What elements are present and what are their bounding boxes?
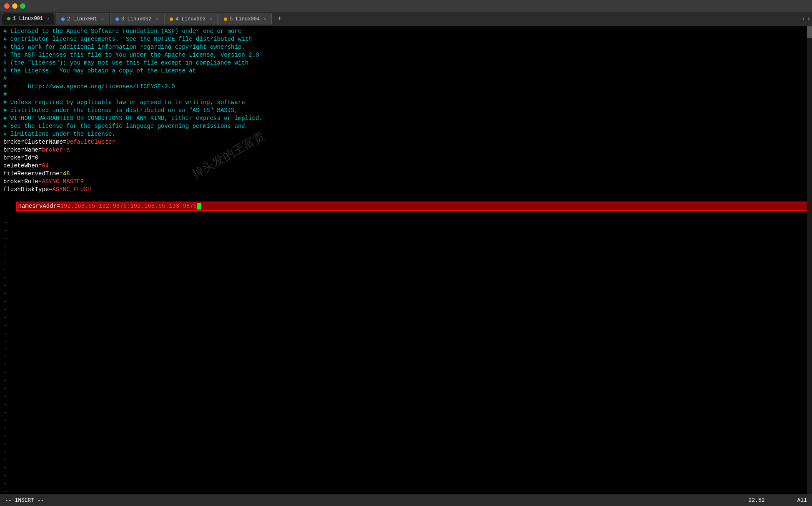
line-flushDiskType: flushDiskType=ASYNC_FLUSH xyxy=(3,186,809,194)
tilde-25: ~ xyxy=(3,409,809,417)
tilde-26: ~ xyxy=(3,417,809,425)
line-13: # See the License for the specific langu… xyxy=(3,122,809,130)
scrollbar[interactable] xyxy=(807,26,812,494)
tilde-10: ~ xyxy=(3,290,809,298)
tab-1-dot xyxy=(7,17,10,20)
title-bar xyxy=(0,0,812,12)
tilde-35: ~ xyxy=(3,488,809,494)
tilde-6: ~ xyxy=(3,259,809,267)
tab-3-label: 3 Linux002 xyxy=(121,16,151,22)
tilde-20: ~ xyxy=(3,369,809,377)
tilde-14: ~ xyxy=(3,322,809,330)
tab-2-close[interactable]: ✕ xyxy=(101,17,104,22)
line-4: # The ASF licenses this file to You unde… xyxy=(3,51,809,59)
line-brokerRole: brokerRole=ASYNC_MASTER xyxy=(3,178,809,186)
tab-5-dot xyxy=(224,17,227,21)
tab-prev-icon[interactable]: ‹ xyxy=(802,15,805,22)
traffic-lights xyxy=(4,3,25,9)
tilde-1: ~ xyxy=(3,219,809,227)
line-2: # contributor license agreements. See th… xyxy=(3,35,809,43)
tilde-11: ~ xyxy=(3,298,809,306)
line-1: # Licensed to the Apache Software Founda… xyxy=(3,27,809,35)
tab-add-button[interactable]: + xyxy=(274,14,284,24)
line-namesrvAddr: namesrvAddr=192.168.65.132:9876;192.168.… xyxy=(3,194,809,219)
tab-1[interactable]: 1 Linux001 ✕ xyxy=(2,13,55,25)
tilde-23: ~ xyxy=(3,393,809,401)
line-brokerClusterName: brokerClusterName=DefaultCluster xyxy=(3,138,809,146)
line-11: # distributed under the License is distr… xyxy=(3,107,809,115)
tilde-22: ~ xyxy=(3,385,809,393)
status-bar: -- INSERT -- 22,52 All xyxy=(0,494,812,506)
tilde-21: ~ xyxy=(3,377,809,385)
line-6: # the License. You may obtain a copy of … xyxy=(3,67,809,75)
tab-bar: 1 Linux001 ✕ 2 Linux001 ✕ 3 Linux002 ✕ 4… xyxy=(0,12,812,26)
tilde-34: ~ xyxy=(3,480,809,488)
line-deleteWhen: deleteWhen=04 xyxy=(3,162,809,170)
tilde-33: ~ xyxy=(3,472,809,480)
tilde-3: ~ xyxy=(3,235,809,243)
tilde-16: ~ xyxy=(3,338,809,346)
tab-3-close[interactable]: ✕ xyxy=(155,17,158,22)
red-light[interactable] xyxy=(4,3,10,9)
tilde-29: ~ xyxy=(3,441,809,449)
tilde-32: ~ xyxy=(3,464,809,472)
tab-4-dot xyxy=(170,17,173,21)
tilde-7: ~ xyxy=(3,267,809,274)
tilde-4: ~ xyxy=(3,243,809,251)
tilde-2: ~ xyxy=(3,227,809,235)
line-8: # http://www.apache.org/licenses/LICENSE… xyxy=(3,83,809,91)
tilde-24: ~ xyxy=(3,401,809,409)
tilde-12: ~ xyxy=(3,306,809,314)
line-14: # limitations under the License. xyxy=(3,130,809,138)
tilde-8: ~ xyxy=(3,274,809,282)
tab-5-close[interactable]: ✕ xyxy=(264,17,266,22)
line-3: # this work for additional information r… xyxy=(3,43,809,51)
tilde-28: ~ xyxy=(3,433,809,441)
line-5: # (the "License"); you may not use this … xyxy=(3,59,809,67)
tab-3-dot xyxy=(115,17,119,21)
tilde-13: ~ xyxy=(3,314,809,322)
line-fileReservedTime: fileReservedTime=48 xyxy=(3,170,809,178)
tab-2-dot xyxy=(61,17,65,21)
tab-1-label: 1 Linux001 xyxy=(13,16,43,22)
tilde-5: ~ xyxy=(3,251,809,259)
line-9: # xyxy=(3,91,809,99)
tab-4-label: 4 Linux003 xyxy=(175,16,206,22)
green-light[interactable] xyxy=(20,3,25,9)
tilde-19: ~ xyxy=(3,361,809,369)
tilde-27: ~ xyxy=(3,425,809,433)
line-7: # xyxy=(3,75,809,83)
scrollbar-thumb[interactable] xyxy=(807,26,812,38)
tab-2-label: 2 Linux001 xyxy=(67,16,97,22)
tab-5-label: 5 Linux004 xyxy=(230,16,260,22)
tab-2[interactable]: 2 Linux001 ✕ xyxy=(56,13,109,25)
tab-nav: ‹ › xyxy=(802,15,810,22)
tab-1-close[interactable]: ✕ xyxy=(47,16,50,21)
line-brokerName: brokerName=broker-a xyxy=(3,146,809,154)
editor-area[interactable]: # Licensed to the Apache Software Founda… xyxy=(0,26,812,494)
tab-next-icon[interactable]: › xyxy=(807,15,810,22)
tilde-18: ~ xyxy=(3,354,809,361)
line-brokerId: brokerId=0 xyxy=(3,154,809,162)
yellow-light[interactable] xyxy=(12,3,18,9)
tilde-30: ~ xyxy=(3,449,809,456)
tab-3[interactable]: 3 Linux002 ✕ xyxy=(110,13,163,25)
tab-5[interactable]: 5 Linux004 ✕ xyxy=(218,13,272,25)
tilde-17: ~ xyxy=(3,346,809,354)
tilde-31: ~ xyxy=(3,456,809,464)
tab-4-close[interactable]: ✕ xyxy=(210,17,212,22)
cursor-position: 22,52 All xyxy=(749,497,807,504)
line-10: # Unless required by applicable law or a… xyxy=(3,99,809,107)
line-12: # WITHOUT WARRANTIES OR CONDITIONS OF AN… xyxy=(3,115,809,122)
tilde-9: ~ xyxy=(3,282,809,290)
tab-4[interactable]: 4 Linux003 ✕ xyxy=(164,13,218,25)
tilde-15: ~ xyxy=(3,330,809,338)
editor-mode: -- INSERT -- xyxy=(5,497,44,504)
